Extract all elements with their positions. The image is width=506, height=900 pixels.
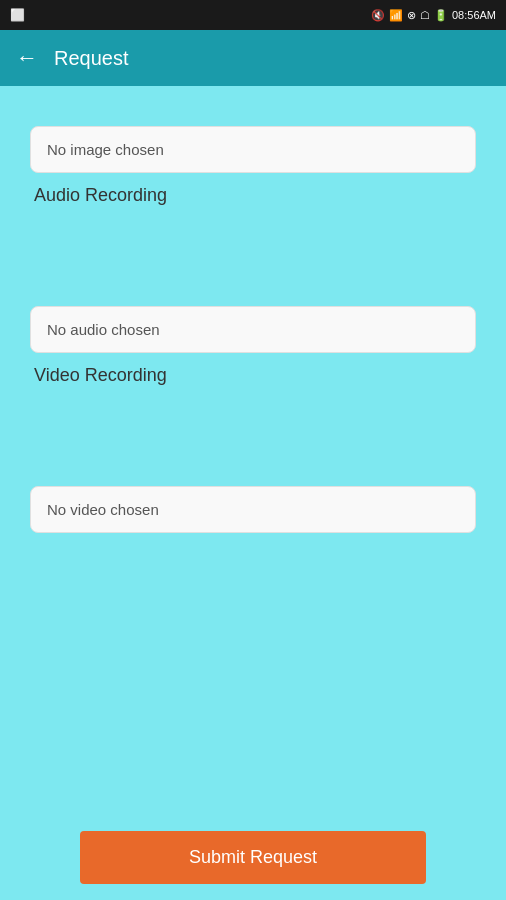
status-bar: ⬜ 🔇 📶 ⊗ ☖ 🔋 08:56AM [0, 0, 506, 30]
video-input-box[interactable]: No video chosen [30, 486, 476, 533]
time-display: 08:56AM [452, 9, 496, 21]
video-placeholder-text: No video chosen [47, 501, 159, 518]
battery-icon: 🔋 [434, 9, 448, 22]
image-section: No image chosen Audio Recording [30, 126, 476, 206]
gap-1 [30, 226, 476, 306]
screen-icon: ⬜ [10, 8, 25, 22]
image-placeholder-text: No image chosen [47, 141, 164, 158]
image-input-box[interactable]: No image chosen [30, 126, 476, 173]
gap-2 [30, 406, 476, 486]
page-title: Request [54, 47, 129, 70]
status-bar-right: 🔇 📶 ⊗ ☖ 🔋 08:56AM [371, 9, 496, 22]
back-button[interactable]: ← [16, 45, 38, 71]
submit-button[interactable]: Submit Request [80, 831, 426, 884]
main-content: No image chosen Audio Recording No audio… [0, 86, 506, 900]
video-recording-label: Video Recording [30, 365, 476, 386]
signal-icon: ☖ [420, 9, 430, 22]
sync-icon: ⊗ [407, 9, 416, 22]
audio-input-box[interactable]: No audio chosen [30, 306, 476, 353]
status-bar-left: ⬜ [10, 8, 25, 22]
audio-section: No audio chosen Video Recording [30, 306, 476, 386]
wifi-icon: 📶 [389, 9, 403, 22]
audio-placeholder-text: No audio chosen [47, 321, 160, 338]
submit-area: Submit Request [0, 831, 506, 900]
video-section: No video chosen [30, 486, 476, 533]
nav-bar: ← Request [0, 30, 506, 86]
mute-icon: 🔇 [371, 9, 385, 22]
audio-recording-label: Audio Recording [30, 185, 476, 206]
